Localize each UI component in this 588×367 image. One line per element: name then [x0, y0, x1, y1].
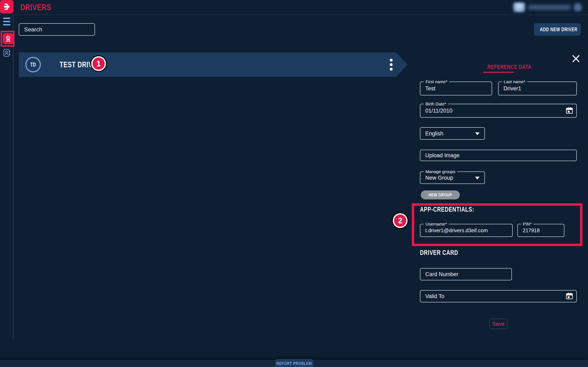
pin-field[interactable]: PIN* 217918: [517, 224, 564, 237]
manage-groups-select[interactable]: Manage groups New Group: [420, 171, 485, 184]
new-group-chip[interactable]: NEW GROUP: [421, 191, 460, 200]
driver-card-title: DRIVER CARD: [420, 249, 469, 257]
username-value: t.driver1@drivers.d3eif.com: [425, 227, 488, 234]
add-new-driver-button[interactable]: ADD NEW DRIVER: [534, 23, 581, 36]
page-title: DRIVERS: [20, 2, 60, 12]
menu-hamburger-icon[interactable]: [3, 17, 10, 25]
user-account-chip[interactable]: [513, 2, 582, 13]
user-email-redacted: [528, 5, 571, 9]
drivers-app: DRIVERS: [0, 0, 588, 367]
birth-date-label: Birth Date*: [424, 101, 448, 107]
report-problem-button[interactable]: REPORT PROBLEM: [275, 359, 313, 367]
last-name-field[interactable]: Last name* Driver1: [498, 82, 577, 95]
top-bar: DRIVERS: [0, 0, 588, 15]
upload-image-label: Upload Image: [425, 152, 459, 159]
contacts-book-icon: [3, 49, 11, 57]
pin-value: 217918: [523, 227, 540, 234]
first-name-value: Test: [425, 85, 435, 92]
last-name-value: Driver1: [503, 85, 521, 92]
app-logo[interactable]: [0, 0, 13, 13]
panel-title-underline: [483, 72, 514, 73]
app-credentials-title: APP-CREDENTIALS:: [420, 206, 490, 213]
language-select[interactable]: English: [420, 127, 485, 140]
language-value: English: [425, 130, 443, 137]
first-name-label: First name*: [424, 79, 449, 84]
first-name-field[interactable]: First name* Test: [420, 82, 492, 95]
manage-groups-value: New Group: [425, 175, 453, 181]
birth-date-field[interactable]: Birth Date* 01/11/2010: [420, 104, 577, 118]
page-title-text: DRIVERS: [20, 2, 51, 12]
pin-label: PIN*: [521, 221, 534, 227]
card-number-placeholder: Card Number: [425, 271, 458, 277]
driver-name: TEST DRIVER1: [60, 60, 118, 69]
manage-groups-label: Manage groups: [424, 169, 457, 174]
user-menu-icon[interactable]: [574, 3, 582, 11]
valid-to-field[interactable]: Valid To: [420, 290, 577, 302]
driver-row-menu-icon[interactable]: [388, 59, 394, 71]
card-number-field[interactable]: Card Number: [420, 268, 512, 280]
chevron-down-icon: [475, 132, 480, 135]
username-label: Username*: [424, 221, 449, 227]
driver-avatar: TD: [25, 57, 41, 72]
search-input[interactable]: [19, 23, 95, 36]
annotation-step-2: 2: [393, 213, 407, 228]
sidebar-item-contacts[interactable]: [3, 49, 11, 58]
last-name-label: Last name*: [502, 79, 527, 84]
upload-image-button[interactable]: Upload Image: [420, 150, 577, 161]
chevron-down-icon: [475, 176, 480, 179]
driver-avatar-initials: TD: [30, 62, 36, 68]
close-panel-icon[interactable]: [572, 54, 580, 63]
birth-date-value: 01/11/2010: [425, 108, 452, 114]
add-new-driver-label: ADD NEW DRIVER: [540, 26, 577, 33]
sidebar-item-drivers[interactable]: [3, 33, 13, 44]
panel-title: REFERENCE DATA: [481, 64, 516, 70]
sidebar-divider: [13, 15, 13, 338]
user-avatar: [513, 2, 525, 12]
driver-helmet-icon: [4, 35, 12, 43]
calendar-icon[interactable]: [566, 107, 573, 115]
driver-list-row[interactable]: TD TEST DRIVER1: [19, 52, 407, 77]
username-field[interactable]: Username* t.driver1@drivers.d3eif.com: [420, 224, 513, 237]
calendar-icon[interactable]: [566, 292, 573, 300]
save-button[interactable]: Save: [489, 319, 507, 329]
brand-d-arrow-icon: [2, 2, 11, 11]
valid-to-placeholder: Valid To: [425, 293, 444, 300]
